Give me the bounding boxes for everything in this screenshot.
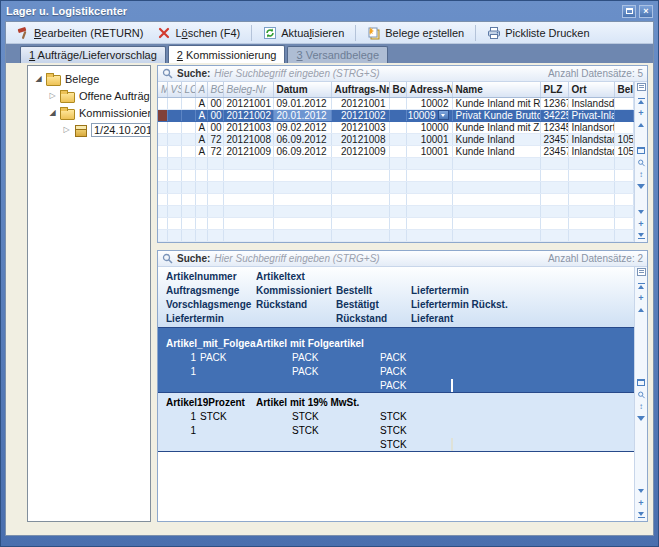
bottom-search-input[interactable]: Hier Suchbegriff eingeben (STRG+S) <box>214 253 544 264</box>
empty-row <box>158 169 634 181</box>
pickliste-drucken-button[interactable]: Pickliste Drucken <box>481 23 595 43</box>
insert-plus-icon[interactable]: + <box>637 499 646 507</box>
tab-strip: 1 Aufträge/Liefervorschlag 2 Kommissioni… <box>6 44 653 63</box>
package-icon <box>74 124 88 136</box>
filter-funnel-icon[interactable] <box>637 183 646 191</box>
restore-icon[interactable] <box>622 5 636 18</box>
tree-item-kommission-date[interactable]: ▷ 1/24.10.2012 <box>30 121 148 138</box>
app-frame: Bearbeiten (RETURN) Löschen (F4) Aktuali… <box>5 21 654 536</box>
scroll-down-icon[interactable] <box>637 208 646 216</box>
scroll-down-icon[interactable] <box>637 487 646 495</box>
tree-item-offene-auftraege[interactable]: ▷ Offene Aufträge <box>30 87 148 104</box>
bottom-search-bar: Suche: Hier Suchbegriff eingeben (STRG+S… <box>158 251 647 267</box>
card-view-icon[interactable] <box>637 379 646 387</box>
tree-item-kommissionierung[interactable]: ◢ Kommissionierung <box>30 104 148 121</box>
empty-row <box>158 181 634 193</box>
content-area: ◢ Belege ▷ Offene Aufträge ◢ Kommissioni… <box>6 63 653 535</box>
table-row[interactable]: A00 20121003 09.02.2012 20121003 10000 K… <box>158 121 634 133</box>
toolbar-separator <box>251 25 252 41</box>
expander-icon[interactable]: ◢ <box>34 74 43 83</box>
tab-versandbelege: 3 Versandbelege <box>287 46 388 63</box>
column-chooser-icon[interactable] <box>637 268 646 276</box>
loeschen-button[interactable]: Löschen (F4) <box>151 23 246 43</box>
table-row[interactable]: A00 20121001 09.01.2012 20121001 10002 K… <box>158 97 634 109</box>
insert-plus-icon[interactable]: + <box>637 220 646 228</box>
scroll-up-icon[interactable] <box>637 306 646 314</box>
close-icon[interactable]: × <box>639 5 653 18</box>
expander-icon[interactable]: ▷ <box>62 125 71 134</box>
article-record-selected[interactable]: Artikel_mit_Folgeartikel Artikel mit Fol… <box>158 328 634 393</box>
printer-icon <box>487 26 501 40</box>
table-row[interactable]: A72 20121008 06.09.2012 20121008 10001 K… <box>158 133 634 145</box>
table-row[interactable]: A72 20121009 06.09.2012 20121009 10001 K… <box>158 145 634 157</box>
aktualisieren-button[interactable]: Aktualisieren <box>257 23 350 43</box>
zoom-icon[interactable] <box>637 159 646 167</box>
top-search-bar: Suche: Hier Suchbegriff eingeben (STRG+S… <box>158 66 647 82</box>
expander-icon[interactable]: ◢ <box>48 108 57 117</box>
column-chooser-icon[interactable] <box>637 83 646 91</box>
belege-table: M VS LO A BG Beleg-Nr Datum Auftrags-Nr.… <box>158 82 634 242</box>
article-record[interactable]: Artikel19Prozent Artikel mit 19% MwSt. 1… <box>158 393 634 452</box>
card-header: Artikelnummer Artikeltext Auftragsmenge … <box>158 267 634 328</box>
tree-item-belege[interactable]: ◢ Belege <box>30 70 148 87</box>
folder-icon <box>46 73 60 85</box>
tab-auftraege-liefervorschlag[interactable]: 1 Aufträge/Liefervorschlag <box>20 46 166 63</box>
table-row-selected[interactable]: A00 20121002 20.01.2012 20121002 10009 P… <box>158 109 634 121</box>
dropdown-button[interactable] <box>438 110 449 120</box>
toolbar: Bearbeiten (RETURN) Löschen (F4) Aktuali… <box>6 22 653 44</box>
top-record-count: Anzahl Datensätze: 5 <box>548 68 643 79</box>
belege-grid-panel: Suche: Hier Suchbegriff eingeben (STRG+S… <box>157 65 648 243</box>
sort-icon[interactable]: ↕ <box>637 403 646 411</box>
chevron-down-icon <box>441 114 445 117</box>
scroll-last-icon[interactable] <box>637 232 646 240</box>
zoom-icon[interactable] <box>637 391 646 399</box>
header-row[interactable]: M VS LO A BG Beleg-Nr Datum Auftrags-Nr.… <box>158 82 634 97</box>
sort-icon[interactable]: ↕ <box>637 171 646 179</box>
grid-side-toolbar: + ↕ <box>634 267 647 521</box>
positionen-grid-panel: Suche: Hier Suchbegriff eingeben (STRG+S… <box>157 250 648 522</box>
scroll-first-icon[interactable] <box>637 282 646 290</box>
tree-panel: ◢ Belege ▷ Offene Aufträge ◢ Kommissioni… <box>27 65 151 522</box>
app-window: Lager u. Logistikcenter × Bearbeiten (RE… <box>0 0 659 547</box>
refresh-icon <box>263 26 277 40</box>
empty-row <box>158 229 634 241</box>
lieferant-field[interactable] <box>451 438 453 451</box>
insert-plus-icon[interactable]: + <box>637 294 646 302</box>
tab-kommissionierung[interactable]: 2 Kommissionierung <box>168 45 286 63</box>
toolbar-separator <box>475 25 476 41</box>
titlebar: Lager u. Logistikcenter × <box>5 1 654 21</box>
toolbar-separator <box>355 25 356 41</box>
bearbeiten-button[interactable]: Bearbeiten (RETURN) <box>10 23 149 43</box>
focused-cell: 20.01.2012 <box>273 109 331 121</box>
empty-row <box>158 193 634 205</box>
empty-row <box>158 157 634 169</box>
scroll-first-icon[interactable] <box>637 97 646 105</box>
hammer-icon <box>16 26 30 40</box>
insert-plus-icon[interactable]: + <box>637 109 646 117</box>
top-search-input[interactable]: Hier Suchbegriff eingeben (STRG+S) <box>214 68 544 79</box>
folder-icon <box>60 90 74 102</box>
scroll-last-icon[interactable] <box>637 511 646 519</box>
card-view-icon[interactable] <box>637 147 646 155</box>
create-documents-icon <box>367 26 381 40</box>
lieferant-field[interactable] <box>451 379 453 392</box>
window-title: Lager u. Logistikcenter <box>6 5 622 17</box>
folder-icon <box>60 107 74 119</box>
empty-row <box>158 217 634 229</box>
magnifier-icon <box>162 253 173 264</box>
filter-funnel-icon[interactable] <box>637 415 646 423</box>
grid-side-toolbar: + ↕ <box>634 82 647 242</box>
scroll-up-icon[interactable] <box>637 121 646 129</box>
magnifier-icon <box>162 68 173 79</box>
expander-icon[interactable]: ▷ <box>48 91 57 100</box>
empty-area <box>158 452 634 521</box>
bottom-record-count: Anzahl Datensätze: 2 <box>548 253 643 264</box>
empty-row <box>158 205 634 217</box>
belege-erstellen-button[interactable]: Belege erstellen <box>361 23 470 43</box>
delete-x-icon <box>157 26 171 40</box>
